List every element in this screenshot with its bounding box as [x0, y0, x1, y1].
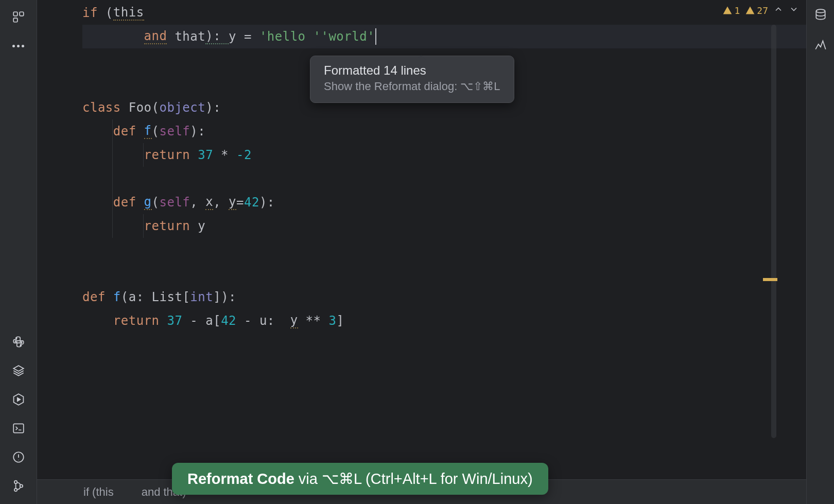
- toast-rest: via ⌥⌘L (Ctrl+Alt+L for Win/Linux): [299, 470, 533, 488]
- code-editor[interactable]: 1 27 if (this and that): y = 'hello ': [37, 0, 806, 479]
- code-line[interactable]: def g(self, x, y=42):: [82, 190, 806, 214]
- code-line[interactable]: return 37 - a[42 - u: y ** 3]: [82, 309, 806, 333]
- code-line[interactable]: return y: [82, 214, 806, 238]
- editor-scrollbar[interactable]: [770, 2, 777, 438]
- svg-rect-2: [13, 18, 18, 22]
- svg-point-8: [14, 489, 16, 491]
- database-icon[interactable]: [813, 7, 828, 23]
- code-line-active[interactable]: and that): y = 'hello ''world': [82, 25, 806, 48]
- right-toolbar: [806, 0, 834, 504]
- code-line[interactable]: def f(a: List[int]):: [82, 285, 806, 309]
- code-line[interactable]: [82, 262, 806, 285]
- sciview-icon[interactable]: [813, 37, 828, 53]
- structure-icon[interactable]: [11, 9, 26, 25]
- toast-strong: Reformat Code: [187, 471, 294, 488]
- shortcut-toast: Reformat Code via ⌥⌘L (Ctrl+Alt+L for Wi…: [172, 463, 548, 495]
- text-cursor: [375, 28, 376, 45]
- services-icon[interactable]: [11, 392, 26, 407]
- code-line[interactable]: [82, 238, 806, 262]
- code-content: if (this and that): y = 'hello ''world' …: [82, 0, 806, 333]
- editor-area: 1 27 if (this and that): y = 'hello ': [37, 0, 806, 504]
- svg-rect-1: [20, 12, 24, 16]
- left-toolbar: [0, 0, 37, 504]
- code-line[interactable]: [82, 167, 806, 190]
- gutter: [37, 0, 82, 479]
- code-line[interactable]: if (this: [82, 1, 806, 25]
- app-root: 1 27 if (this and that): y = 'hello ': [0, 0, 834, 504]
- svg-point-10: [816, 9, 825, 13]
- scrollbar-thumb[interactable]: [771, 25, 776, 438]
- code-line[interactable]: def f(self):: [82, 119, 806, 143]
- python-console-icon[interactable]: [11, 334, 26, 350]
- svg-point-3: [15, 338, 16, 339]
- tooltip-title: Formatted 14 lines: [324, 63, 500, 78]
- svg-point-7: [14, 481, 16, 483]
- svg-rect-5: [13, 424, 24, 432]
- code-line[interactable]: return 37 * -2: [82, 143, 806, 167]
- svg-rect-0: [13, 12, 18, 16]
- breadcrumb-item[interactable]: if (this: [83, 485, 114, 499]
- scrollbar-mark[interactable]: [763, 278, 777, 281]
- vcs-icon[interactable]: [11, 478, 26, 494]
- svg-point-4: [20, 345, 21, 346]
- terminal-icon[interactable]: [11, 421, 26, 436]
- reformat-tooltip: Formatted 14 lines Show the Reformat dia…: [310, 56, 514, 103]
- more-icon[interactable]: [11, 38, 26, 54]
- python-packages-icon[interactable]: [11, 363, 26, 378]
- tooltip-subtitle: Show the Reformat dialog: ⌥⇧⌘L: [324, 80, 500, 93]
- problems-icon[interactable]: [11, 449, 26, 465]
